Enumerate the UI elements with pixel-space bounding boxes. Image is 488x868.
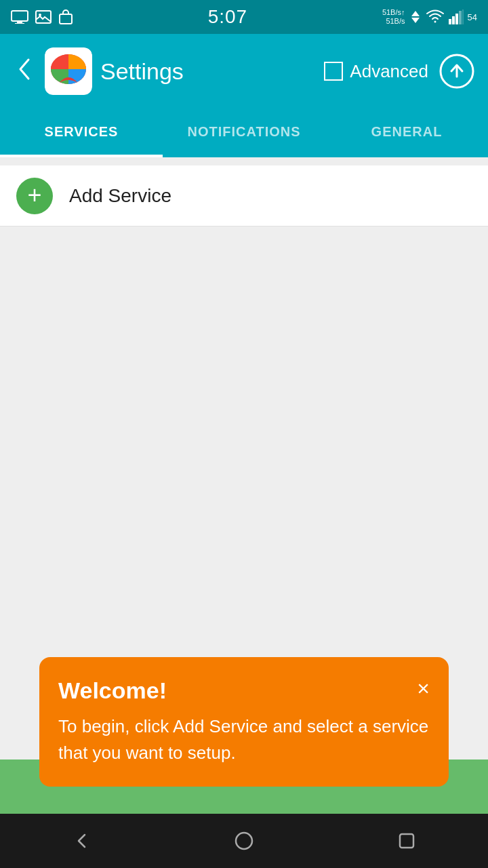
tabs: SERVICES NOTIFICATIONS GENERAL <box>0 108 488 157</box>
svg-rect-1 <box>17 21 22 23</box>
app-bar: Settings Advanced <box>0 34 488 108</box>
status-bar-right: 51B/s↑51B/s 54 <box>382 8 477 26</box>
advanced-checkbox[interactable] <box>324 62 343 81</box>
tab-notifications[interactable]: NOTIFICATIONS <box>163 108 325 157</box>
app-title: Settings <box>100 58 316 85</box>
data-icon <box>409 9 422 24</box>
advanced-label: Advanced <box>350 61 428 82</box>
svg-rect-8 <box>449 19 451 24</box>
nav-bar <box>0 814 488 868</box>
add-service-label: Add Service <box>69 185 171 207</box>
nav-home-button[interactable] <box>217 814 271 868</box>
advanced-container[interactable]: Advanced <box>324 61 428 82</box>
svg-marker-7 <box>411 18 420 23</box>
svg-point-22 <box>236 833 252 849</box>
welcome-toast: Welcome! × To begin, click Add Service a… <box>39 657 449 787</box>
tab-services[interactable]: SERVICES <box>0 108 163 157</box>
svg-rect-11 <box>459 11 462 24</box>
bag-icon <box>58 9 73 24</box>
image-icon <box>35 10 52 24</box>
svg-rect-23 <box>400 834 413 848</box>
screen-icon <box>11 10 28 24</box>
nav-recents-button[interactable] <box>380 814 434 868</box>
toast-body: To begin, click Add Service and select a… <box>58 713 430 766</box>
app-logo <box>45 47 92 95</box>
status-time: 5:07 <box>208 6 248 28</box>
plus-symbol: + <box>27 183 41 208</box>
network-speed: 51B/s↑51B/s <box>382 8 405 26</box>
back-button[interactable] <box>11 52 37 92</box>
svg-rect-10 <box>455 14 458 24</box>
nav-back-button[interactable] <box>54 814 108 868</box>
svg-rect-5 <box>60 14 72 24</box>
add-service-button[interactable]: + Add Service <box>0 165 488 226</box>
status-bar: 5:07 51B/s↑51B/s 54 <box>0 0 488 34</box>
toast-header: Welcome! × <box>58 677 430 704</box>
signal-icon <box>449 9 464 24</box>
toast-close-button[interactable]: × <box>417 677 430 699</box>
tab-general[interactable]: GENERAL <box>325 108 488 157</box>
toast-title: Welcome! <box>58 677 167 704</box>
status-bar-left <box>11 9 73 24</box>
battery-level: 54 <box>468 12 477 22</box>
svg-rect-12 <box>462 9 464 24</box>
svg-rect-2 <box>15 23 24 24</box>
svg-rect-9 <box>452 16 455 24</box>
upload-button[interactable] <box>436 51 477 92</box>
add-icon: + <box>16 178 53 214</box>
svg-rect-0 <box>12 11 28 21</box>
wifi-icon <box>426 9 445 24</box>
svg-marker-6 <box>411 11 420 16</box>
